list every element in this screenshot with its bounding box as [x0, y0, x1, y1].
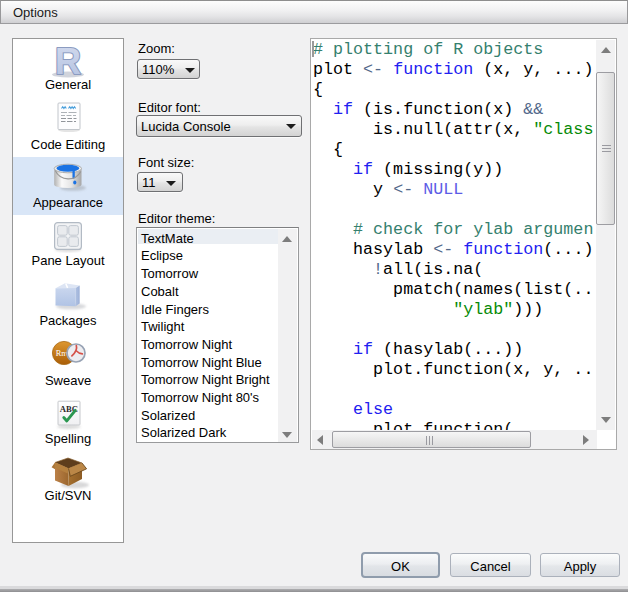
svg-text:R: R [55, 42, 81, 80]
